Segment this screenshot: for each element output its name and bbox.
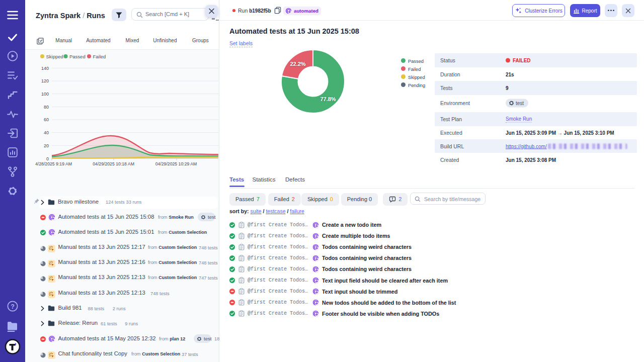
svg-text:120: 120 xyxy=(41,78,49,83)
svg-text:77.8%: 77.8% xyxy=(320,96,336,102)
svg-text:04/29/2025 10:29 AM: 04/29/2025 10:29 AM xyxy=(155,161,197,166)
svg-text:0: 0 xyxy=(46,156,49,161)
svg-text:20: 20 xyxy=(44,143,49,148)
svg-text:Passed: Passed xyxy=(69,54,86,59)
svg-text:4/28/2025 9:19 AM: 4/28/2025 9:19 AM xyxy=(35,161,72,166)
svg-text:Failed: Failed xyxy=(93,54,106,59)
svg-text:?: ? xyxy=(11,303,15,310)
svg-text:140: 140 xyxy=(41,66,49,71)
svg-text:22.2%: 22.2% xyxy=(290,61,305,67)
svg-text:100: 100 xyxy=(41,92,49,97)
svg-text:40: 40 xyxy=(44,130,49,135)
svg-text:60: 60 xyxy=(44,117,49,122)
svg-text:80: 80 xyxy=(44,105,49,110)
svg-text:Skipped: Skipped xyxy=(46,54,63,59)
svg-text:04/29/2025 10:18 AM: 04/29/2025 10:18 AM xyxy=(93,161,134,166)
